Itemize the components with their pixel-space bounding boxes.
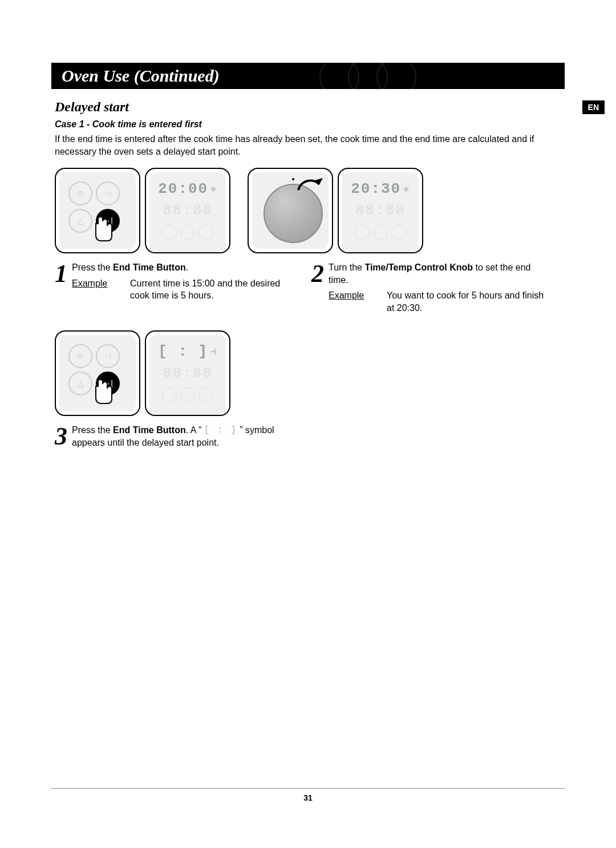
example-label: Example xyxy=(72,277,117,302)
step-text: . xyxy=(186,263,188,272)
subheading: Delayed start xyxy=(55,99,561,115)
step-text-bold: Time/Temp Control Knob xyxy=(364,263,473,272)
hand-press-icon xyxy=(84,375,119,409)
svg-marker-0 xyxy=(315,178,323,184)
step-number: 3 xyxy=(55,424,67,449)
hand-press-icon xyxy=(84,212,119,247)
step-text: Press the xyxy=(72,425,113,435)
example-text: You want to cook for 5 hours and finish … xyxy=(387,289,551,314)
knob-panel xyxy=(248,168,333,253)
step-3: 3 Press the End Time Button. A “ [ : ] ”… xyxy=(55,424,294,449)
case-title: Case 1 - Cook time is entered first xyxy=(55,119,561,130)
button-panel: ⊙ ⊣ △ →| xyxy=(55,330,140,416)
oven-button-icon: ⊣ xyxy=(96,181,120,205)
oven-button-icon: ⊙ xyxy=(68,344,92,368)
lcd-dim: 88:88 xyxy=(153,362,222,384)
example-text: Current time is 15:00 and the desired co… xyxy=(130,277,294,302)
display-panel: 20:00✱ 88:88 xyxy=(145,168,230,253)
page-number: 31 xyxy=(303,793,313,802)
header-bar: Oven Use (Continued) xyxy=(51,63,565,89)
step-number: 2 xyxy=(311,261,324,314)
button-panel: ⊙ ⊣ △ →| xyxy=(55,168,140,253)
intro-text: If the end time is entered after the coo… xyxy=(55,133,561,158)
small-buttons-icon xyxy=(153,225,222,240)
step-text-bold: End Time Button xyxy=(113,263,186,272)
lcd-dim: 88:88 xyxy=(346,200,415,221)
step-text: . A “ xyxy=(186,425,204,435)
step-text: Press the xyxy=(72,263,113,272)
step-text: Turn the xyxy=(329,263,364,272)
header-decoration xyxy=(331,63,416,89)
lcd-blank: [ : ]⊣ xyxy=(153,341,222,362)
small-buttons-icon xyxy=(153,387,222,402)
page-heading: Oven Use (Continued) xyxy=(62,66,220,86)
lcd-time: 20:30✱ xyxy=(346,178,415,200)
rotate-arrow-icon xyxy=(295,176,324,204)
step-number: 1 xyxy=(55,261,67,314)
example-label: Example xyxy=(329,289,374,314)
language-tab: EN xyxy=(582,100,605,114)
display-panel: 20:30✱ 88:88 xyxy=(338,168,423,253)
lcd-time: 20:00✱ xyxy=(153,178,222,200)
blank-segment-icon: [ : ] xyxy=(204,425,237,437)
display-panel: [ : ]⊣ 88:88 xyxy=(145,330,230,416)
lcd-dim: 88:88 xyxy=(153,200,222,221)
step2-illustration: 20:30✱ 88:88 xyxy=(248,168,423,253)
oven-button-icon: ⊣ xyxy=(96,344,120,368)
step-1: 1 Press the End Time Button. Example Cur… xyxy=(55,261,294,314)
page-footer: 31 xyxy=(51,788,565,802)
step3-illustration: ⊙ ⊣ △ →| [ : ]⊣ xyxy=(55,330,230,416)
step1-illustration: ⊙ ⊣ △ →| 20:00✱ xyxy=(55,168,230,253)
small-buttons-icon xyxy=(346,225,415,240)
step-text-bold: End Time Button xyxy=(113,425,186,435)
step-2: 2 Turn the Time/Temp Control Knob to set… xyxy=(311,261,551,314)
oven-button-icon: ⊙ xyxy=(68,181,92,205)
